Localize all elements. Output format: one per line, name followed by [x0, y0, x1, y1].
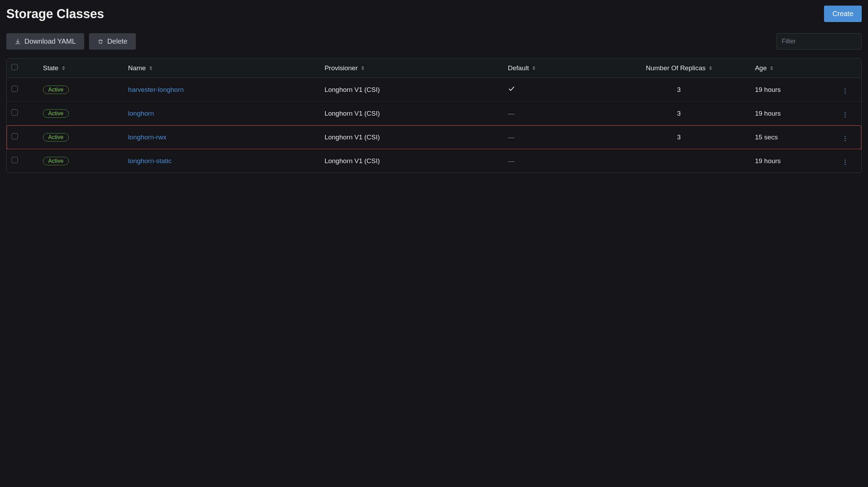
page-header: Storage Classes Create — [6, 0, 862, 24]
page-title: Storage Classes — [6, 7, 104, 21]
provisioner-cell: Longhorn V1 (CSI) — [319, 78, 503, 102]
row-checkbox[interactable] — [12, 157, 18, 163]
download-yaml-button[interactable]: Download YAML — [6, 33, 84, 50]
name-link[interactable]: harvester-longhorn — [128, 86, 184, 93]
name-link[interactable]: longhorn-static — [128, 157, 172, 165]
sort-icon — [770, 66, 773, 70]
delete-button[interactable]: Delete — [89, 33, 136, 50]
sort-icon — [149, 66, 152, 70]
sort-icon — [709, 66, 712, 70]
column-header-name[interactable]: Name — [123, 58, 320, 78]
create-button[interactable]: Create — [824, 6, 862, 22]
select-all-checkbox[interactable] — [12, 64, 18, 70]
replicas-cell — [608, 149, 750, 173]
sort-icon — [532, 66, 535, 70]
state-badge: Active — [43, 86, 69, 94]
sort-icon — [62, 66, 65, 70]
row-checkbox[interactable] — [12, 133, 18, 139]
filter-input[interactable] — [777, 33, 862, 50]
name-link[interactable]: longhorn-rwx — [128, 133, 167, 141]
table-row: Activeharvester-longhornLonghorn V1 (CSI… — [7, 78, 861, 102]
delete-label: Delete — [107, 37, 127, 45]
row-actions-menu[interactable] — [843, 134, 848, 143]
default-cell: — — [503, 125, 608, 149]
default-cell — [503, 78, 608, 102]
row-checkbox[interactable] — [12, 109, 18, 116]
column-header-default[interactable]: Default — [503, 58, 608, 78]
state-badge: Active — [43, 133, 69, 141]
state-badge: Active — [43, 109, 69, 118]
row-actions-menu[interactable] — [843, 110, 848, 119]
column-header-replicas[interactable]: Number Of Replicas — [608, 58, 750, 78]
provisioner-cell: Longhorn V1 (CSI) — [319, 125, 503, 149]
default-cell: — — [503, 102, 608, 125]
table-row: Activelonghorn-staticLonghorn V1 (CSI)—1… — [7, 149, 861, 173]
default-cell: — — [503, 149, 608, 173]
dash-icon: — — [508, 110, 515, 117]
download-yaml-label: Download YAML — [24, 37, 76, 45]
column-header-age[interactable]: Age — [750, 58, 829, 78]
dash-icon: — — [508, 133, 515, 141]
age-cell: 19 hours — [750, 149, 829, 173]
provisioner-cell: Longhorn V1 (CSI) — [319, 149, 503, 173]
row-actions-menu[interactable] — [843, 86, 848, 96]
toolbar: Download YAML Delete — [6, 24, 862, 58]
column-header-provisioner[interactable]: Provisioner — [319, 58, 503, 78]
dash-icon: — — [508, 157, 515, 165]
download-icon — [15, 38, 21, 45]
age-cell: 19 hours — [750, 102, 829, 125]
check-icon — [508, 85, 515, 92]
provisioner-cell: Longhorn V1 (CSI) — [319, 102, 503, 125]
column-header-state[interactable]: State — [38, 58, 123, 78]
replicas-cell: 3 — [608, 125, 750, 149]
storage-classes-table: State Name Provisioner Default Number Of… — [6, 58, 862, 173]
age-cell: 15 secs — [750, 125, 829, 149]
row-actions-menu[interactable] — [843, 158, 848, 167]
replicas-cell: 3 — [608, 78, 750, 102]
sort-icon — [361, 66, 364, 70]
name-link[interactable]: longhorn — [128, 110, 154, 117]
state-badge: Active — [43, 157, 69, 165]
row-checkbox[interactable] — [12, 86, 18, 92]
table-row: ActivelonghornLonghorn V1 (CSI)—319 hour… — [7, 102, 861, 125]
trash-icon — [97, 38, 104, 45]
replicas-cell: 3 — [608, 102, 750, 125]
age-cell: 19 hours — [750, 78, 829, 102]
table-row: Activelonghorn-rwxLonghorn V1 (CSI)—315 … — [7, 125, 861, 149]
